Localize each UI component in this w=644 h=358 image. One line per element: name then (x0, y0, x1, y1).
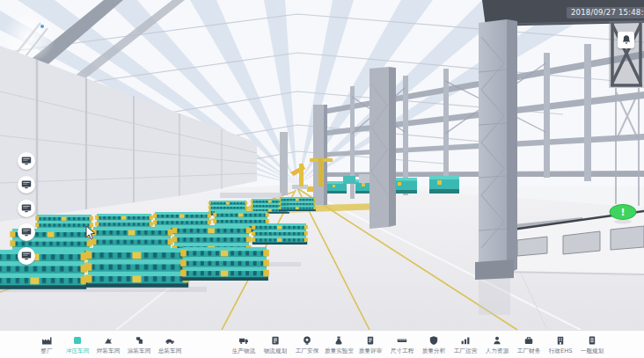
bottom-toolbar: 整厂冲压车间焊装车间涂装车间总装车间 生产物流物流规划工厂安保质量实验室质量评审… (0, 330, 644, 358)
welding-icon (103, 335, 113, 347)
module-tab-label: 工厂安保 (296, 347, 319, 354)
alert-badge-text: ! (620, 207, 625, 218)
building-icon (555, 335, 566, 347)
factory-icon (41, 335, 52, 347)
module-tab-label: 尺寸工程 (391, 347, 414, 354)
side-button-3[interactable] (18, 223, 35, 241)
stamping-icon (72, 335, 83, 347)
shop-tab-2[interactable]: 焊装车间 (93, 335, 123, 354)
module-tab-8[interactable]: 人力资源 (482, 335, 512, 354)
app-window: ! 2018/09/27 15:48:08 整厂冲压车间焊装车间涂装车间总装车间… (0, 0, 644, 358)
person-icon (492, 335, 502, 347)
module-tab-3[interactable]: 质量实验室 (324, 335, 354, 354)
shop-tab-label: 冲压车间 (66, 347, 90, 354)
shop-tab-label: 整厂 (40, 347, 52, 354)
module-tab-label: 生产物流 (232, 347, 256, 354)
side-button-0[interactable] (18, 152, 35, 170)
painting-icon (134, 335, 144, 347)
shop-tab-label: 焊装车间 (97, 347, 121, 354)
monitor-icon (21, 179, 32, 190)
briefcase-icon (523, 335, 534, 347)
front-column (475, 19, 517, 280)
assembly-icon (165, 335, 175, 347)
review-icon (365, 335, 376, 347)
shield-icon (428, 335, 439, 347)
doc-icon (587, 335, 597, 347)
shop-tab-3[interactable]: 涂装车间 (124, 335, 154, 354)
monitor-icon (21, 203, 32, 214)
monitor-icon (21, 251, 32, 261)
side-button-2[interactable] (18, 200, 35, 217)
module-tab-9[interactable]: 工厂财务 (514, 335, 544, 354)
module-tab-5[interactable]: 尺寸工程 (387, 335, 417, 354)
module-tab-4[interactable]: 质量评审 (355, 335, 385, 354)
module-tab-label: 一般规划 (581, 347, 604, 354)
scene-viewport[interactable]: ! (0, 0, 644, 330)
module-tab-label: 质量实验室 (324, 347, 353, 354)
notification-button[interactable] (618, 32, 634, 48)
ruler-icon (397, 335, 407, 347)
module-tab-group: 生产物流物流规划工厂安保质量实验室质量评审尺寸工程质量分析工厂运营人力资源工厂财… (229, 335, 607, 354)
monitor-icon (21, 156, 32, 166)
module-tab-label: 质量分析 (422, 347, 446, 354)
timestamp-chip: 2018/09/27 15:48:08 (567, 7, 644, 18)
module-tab-2[interactable]: 工厂安保 (292, 335, 322, 354)
module-tab-label: 行政EHS (549, 347, 573, 354)
module-tab-6[interactable]: 质量分析 (419, 335, 449, 354)
shop-tab-group: 整厂冲压车间焊装车间涂装车间总装车间 (32, 335, 185, 354)
side-button-4[interactable] (18, 247, 35, 265)
shop-tab-0[interactable]: 整厂 (32, 335, 62, 354)
truck-icon (238, 335, 249, 347)
module-tab-11[interactable]: 一般规划 (577, 335, 607, 354)
module-tab-0[interactable]: 生产物流 (229, 335, 259, 354)
shop-tab-1[interactable]: 冲压车间 (62, 335, 92, 354)
module-tab-10[interactable]: 行政EHS (545, 335, 575, 354)
lab-icon (333, 335, 344, 347)
module-tab-label: 工厂财务 (517, 347, 541, 354)
chart-icon (460, 335, 471, 347)
side-button-1[interactable] (18, 176, 35, 194)
monitor-icon (21, 227, 32, 237)
shop-tab-label: 总装车间 (158, 347, 182, 354)
plan-icon (270, 335, 281, 347)
module-tab-label: 质量评审 (359, 347, 383, 354)
bell-icon (621, 32, 632, 48)
module-tab-7[interactable]: 工厂运营 (450, 335, 480, 354)
module-tab-label: 人力资源 (486, 347, 509, 354)
shop-tab-label: 涂装车间 (128, 347, 151, 354)
module-tab-label: 物流规划 (264, 347, 288, 354)
shop-tab-4[interactable]: 总装车间 (155, 335, 185, 354)
module-tab-1[interactable]: 物流规划 (260, 335, 290, 354)
module-tab-label: 工厂运营 (454, 347, 478, 354)
camera-icon (302, 335, 312, 347)
